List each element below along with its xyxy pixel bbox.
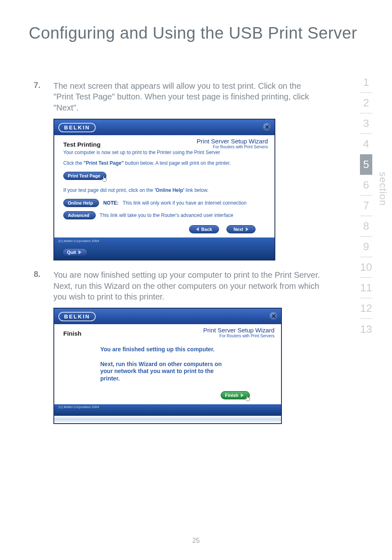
decorative-strip <box>54 416 281 423</box>
wizard-footer: (C) Belkin Corporation 2004 <box>54 404 281 416</box>
print-test-page-button[interactable]: Print Test Page <box>63 172 106 180</box>
finish-label: Finish <box>225 393 238 398</box>
help-instruction: If your test page did not print, click o… <box>63 187 268 193</box>
section-nav-item[interactable]: 7 <box>360 196 372 216</box>
help-bold: 'Online Help' <box>154 187 184 193</box>
wizard-body: Print Server Setup Wizard For Routers wi… <box>54 135 274 237</box>
print-test-page-label: Print Test Page <box>68 173 100 178</box>
section-nav-item[interactable]: 5 <box>360 154 372 175</box>
quit-label: Quit <box>67 250 76 255</box>
section-nav-item[interactable]: 6 <box>360 175 372 196</box>
belkin-logo: BELKIN <box>58 123 96 132</box>
cursor-hand-icon <box>244 395 251 401</box>
screen-subheading: Your computer is now set up to print to … <box>63 150 268 155</box>
online-help-label: Online Help <box>68 200 93 205</box>
quit-button[interactable]: Quit <box>62 248 88 256</box>
step-text: You are now finished setting up your com… <box>53 270 321 302</box>
wizard-title: Print Server Setup Wizard <box>203 327 274 334</box>
finish-message-2: Next, run this Wizard on other computers… <box>100 361 224 383</box>
section-nav-item[interactable]: 9 <box>360 237 372 257</box>
arrow-left-icon <box>196 227 199 231</box>
wizard-footer: (C) Belkin Corporation 2004 Quit <box>54 237 274 260</box>
arrow-right-icon <box>78 250 81 254</box>
content-area: 7. The next screen that appears will all… <box>34 81 321 433</box>
section-nav-item[interactable]: 2 <box>360 93 372 113</box>
wizard-titlebar: BELKIN ✕ <box>54 120 274 135</box>
instr-suffix: button below. A test page will print on … <box>124 160 231 166</box>
finish-message-1: You are finished setting up this compute… <box>100 346 224 353</box>
arrow-right-icon <box>246 227 249 231</box>
note-label: NOTE: <box>103 200 118 206</box>
next-button[interactable]: Next <box>226 225 256 233</box>
advanced-row: Advanced This link will take you to the … <box>63 211 268 219</box>
section-label: section <box>377 172 389 206</box>
step-number: 8. <box>34 270 53 302</box>
section-nav-item[interactable]: 4 <box>360 134 372 154</box>
section-nav-item[interactable]: 10 <box>360 257 372 278</box>
wizard-subtitle: For Routers with Print Servers <box>219 334 274 338</box>
wizard-body: Print Server Setup Wizard For Routers wi… <box>54 324 281 404</box>
page-title: Configuring and Using the USB Print Serv… <box>29 24 357 42</box>
instruction-text: Click the "Print Test Page" button below… <box>63 160 268 166</box>
online-help-row: Online Help NOTE: This link will only wo… <box>63 199 268 207</box>
section-nav-item[interactable]: 8 <box>360 216 372 237</box>
cursor-hand-icon <box>101 175 108 182</box>
next-label: Next <box>233 227 243 232</box>
instr-bold: "Print Test Page" <box>83 160 124 166</box>
section-nav-item[interactable]: 1 <box>360 72 372 93</box>
copyright-text: (C) Belkin Corporation 2004 <box>58 405 277 409</box>
section-nav-item[interactable]: 12 <box>360 298 372 319</box>
close-icon[interactable]: ✕ <box>263 123 271 131</box>
finish-button[interactable]: Finish <box>221 391 250 399</box>
wizard-screenshot-test-printing: BELKIN ✕ Print Server Setup Wizard For R… <box>53 119 275 260</box>
advanced-label: Advanced <box>68 213 90 218</box>
wizard-titlebar: BELKIN ✕ <box>54 309 281 324</box>
help-prefix: If your test page did not print, click o… <box>63 187 154 193</box>
step-number: 7. <box>34 81 53 113</box>
nav-row: Back Next <box>63 225 268 233</box>
wizard-subtitle: For Routers with Print Servers <box>213 145 268 149</box>
step-7: 7. The next screen that appears will all… <box>34 81 321 113</box>
section-nav-item[interactable]: 11 <box>360 278 372 298</box>
help-suffix: link below. <box>184 187 209 193</box>
back-label: Back <box>201 227 212 232</box>
step-8: 8. You are now finished setting up your … <box>34 270 321 302</box>
step-text: The next screen that appears will allow … <box>53 81 321 113</box>
section-nav-item[interactable]: 3 <box>360 113 372 134</box>
close-icon[interactable]: ✕ <box>270 312 278 320</box>
online-help-button[interactable]: Online Help <box>63 199 99 207</box>
back-button[interactable]: Back <box>189 225 219 233</box>
wizard-title: Print Server Setup Wizard <box>197 138 268 145</box>
finish-nav: Finish <box>63 391 274 399</box>
note-text: This link will only work if you have an … <box>122 200 246 206</box>
arrow-right-icon <box>241 393 244 397</box>
belkin-logo: BELKIN <box>58 312 96 321</box>
wizard-screenshot-finish: BELKIN ✕ Print Server Setup Wizard For R… <box>53 308 282 424</box>
page-number: 25 <box>192 537 200 544</box>
advanced-button[interactable]: Advanced <box>63 211 96 219</box>
advanced-text: This link will take you to the Router's … <box>100 212 233 218</box>
section-nav-item[interactable]: 13 <box>360 319 372 339</box>
instr-prefix: Click the <box>63 160 83 166</box>
section-nav: 12345678910111213 <box>360 72 372 339</box>
copyright-text: (C) Belkin Corporation 2004 <box>58 239 270 243</box>
